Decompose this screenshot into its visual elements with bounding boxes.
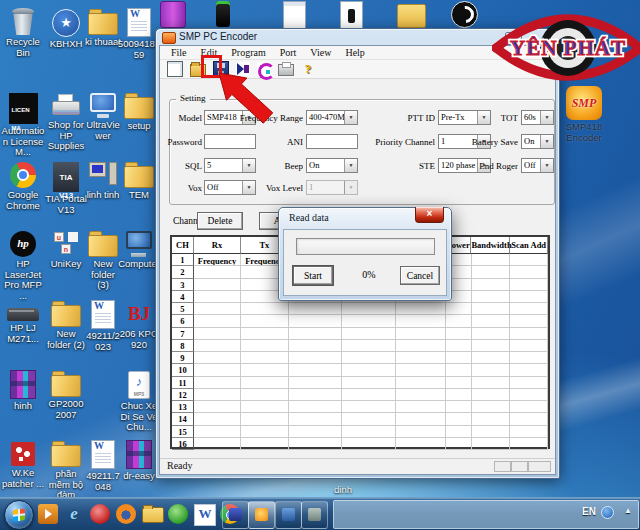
frequency-range-dropdown[interactable]: 400-470MHz▼ — [306, 110, 358, 125]
table-cell[interactable] — [510, 328, 548, 340]
table-cell[interactable] — [342, 315, 395, 327]
table-cell[interactable] — [472, 315, 511, 327]
table-cell[interactable] — [510, 303, 548, 315]
table-cell[interactable] — [446, 340, 472, 352]
table-cell[interactable] — [510, 291, 548, 303]
desktop-icon-ultraviewer[interactable]: UltraViewer — [85, 90, 121, 141]
blank-sheet-icon[interactable] — [283, 1, 306, 29]
desktop-icon-hinh[interactable]: hinh — [0, 368, 46, 412]
table-cell[interactable] — [396, 413, 446, 425]
table-cell[interactable] — [194, 438, 242, 450]
table-cell[interactable] — [446, 364, 472, 376]
table-cell[interactable] — [289, 426, 342, 438]
table-cell[interactable] — [241, 315, 289, 327]
table-cell[interactable] — [289, 413, 342, 425]
table-cell[interactable] — [241, 426, 289, 438]
table-cell[interactable] — [342, 364, 395, 376]
table-cell[interactable] — [396, 377, 446, 389]
table-cell[interactable] — [289, 352, 342, 364]
table-cell[interactable] — [472, 340, 511, 352]
desktop-icon-label-dinh[interactable]: dinh — [318, 484, 368, 495]
table-cell[interactable] — [472, 291, 511, 303]
table-cell[interactable] — [446, 438, 472, 450]
table-cell[interactable] — [396, 315, 446, 327]
table-cell[interactable] — [446, 377, 472, 389]
desktop-icon-linh-tinh[interactable]: linh tinh — [85, 159, 121, 201]
table-cell[interactable] — [342, 438, 395, 450]
table-cell[interactable] — [289, 364, 342, 376]
table-cell[interactable] — [396, 340, 446, 352]
channel-number-cell[interactable]: 2 — [172, 266, 194, 278]
table-cell[interactable] — [194, 352, 242, 364]
show-hidden-icons-arrow[interactable]: ▲ — [624, 506, 632, 515]
table-cell[interactable] — [510, 377, 548, 389]
table-cell[interactable] — [241, 377, 289, 389]
desktop-icon-automation-license-m[interactable]: Automation License M... — [0, 90, 46, 158]
channel-number-cell[interactable]: 9 — [172, 352, 194, 364]
menu-view[interactable]: View — [303, 46, 338, 59]
table-cell[interactable] — [289, 438, 342, 450]
disc-logo-icon[interactable] — [451, 1, 478, 28]
table-cell[interactable] — [446, 352, 472, 364]
help-toolbar-button[interactable] — [301, 62, 315, 76]
table-cell[interactable] — [241, 364, 289, 376]
channel-number-cell[interactable]: 16 — [172, 438, 194, 450]
tot-dropdown[interactable]: 60s▼ — [521, 110, 554, 125]
delete-button[interactable]: Delete — [197, 212, 243, 230]
table-cell[interactable] — [446, 426, 472, 438]
table-cell[interactable] — [472, 352, 511, 364]
desktop-icon-ph-n-m-m-b-m[interactable]: phần mềm bộ đàm — [45, 438, 87, 501]
table-cell[interactable] — [472, 389, 511, 401]
menu-port[interactable]: Port — [273, 46, 304, 59]
table-cell[interactable] — [342, 340, 395, 352]
table-cell[interactable] — [241, 389, 289, 401]
cancel-button[interactable]: Cancel — [400, 266, 440, 285]
menu-file[interactable]: File — [164, 46, 194, 59]
table-cell[interactable] — [342, 377, 395, 389]
taskbar-window-grey-app[interactable] — [301, 501, 328, 529]
desktop-icon-new-folder-3[interactable]: New folder (3) — [85, 228, 121, 291]
table-cell[interactable] — [289, 315, 342, 327]
table-cell[interactable] — [472, 413, 511, 425]
table-cell[interactable] — [194, 328, 242, 340]
table-cell[interactable] — [241, 328, 289, 340]
desktop-icon-unikey[interactable]: UniKey — [45, 228, 87, 270]
desktop-icon-hp-laserjet-pro-mfp[interactable]: HP LaserJet Pro MFP ... — [0, 228, 46, 302]
table-cell[interactable] — [396, 364, 446, 376]
table-cell[interactable] — [194, 413, 242, 425]
table-cell[interactable] — [446, 328, 472, 340]
table-cell[interactable] — [194, 266, 242, 278]
new-toolbar-button[interactable] — [167, 61, 183, 77]
table-cell[interactable] — [472, 438, 511, 450]
table-cell[interactable] — [342, 426, 395, 438]
taskbar-icon-word[interactable] — [194, 504, 216, 526]
table-cell[interactable] — [289, 328, 342, 340]
taskbar-window-person-app[interactable] — [275, 501, 302, 529]
desktop-icon-recycle-bin[interactable]: Recycle Bin — [0, 6, 46, 58]
table-cell[interactable] — [510, 426, 548, 438]
radio-icon[interactable] — [216, 1, 230, 27]
table-cell[interactable] — [342, 413, 395, 425]
desktop-icon-smp418-encoder[interactable]: SMP SMP418 Encoder — [560, 86, 608, 143]
channel-number-cell[interactable]: 7 — [172, 328, 194, 340]
table-cell[interactable] — [472, 377, 511, 389]
table-cell[interactable] — [510, 279, 548, 291]
desktop-icon-new-folder-2[interactable]: New folder (2) — [45, 298, 87, 350]
channel-number-cell[interactable]: 8 — [172, 340, 194, 352]
table-cell[interactable] — [342, 328, 395, 340]
desktop-icon-49211-7048[interactable]: 49211.7048 — [85, 438, 121, 492]
desktop-icon-49211-2023[interactable]: 49211/2023 — [85, 298, 121, 352]
ani-input[interactable] — [306, 134, 358, 149]
beep-dropdown[interactable]: On▼ — [306, 158, 358, 173]
table-cell[interactable] — [472, 328, 511, 340]
table-cell[interactable] — [194, 315, 242, 327]
taskbar-window-blue-app[interactable] — [222, 501, 249, 529]
desktop-icon-w-ke-patcher[interactable]: W.Ke patcher ... — [0, 438, 46, 489]
table-cell[interactable] — [194, 303, 242, 315]
desktop-icon-ki-thuaat[interactable]: ki thuaat — [85, 6, 121, 48]
table-cell[interactable] — [472, 279, 511, 291]
table-cell[interactable] — [510, 352, 548, 364]
table-cell[interactable] — [446, 401, 472, 413]
folder-icon[interactable] — [397, 4, 426, 28]
table-cell[interactable] — [194, 401, 242, 413]
